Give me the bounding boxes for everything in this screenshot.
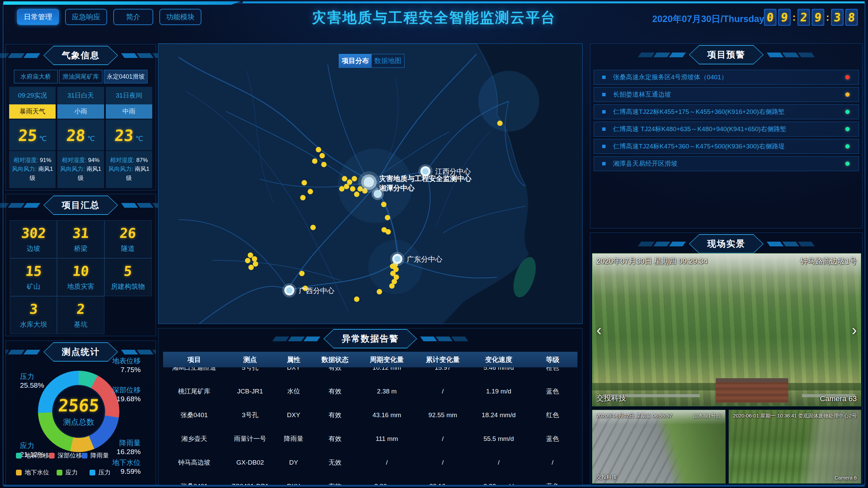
legend-chip [49, 453, 55, 459]
weather-condition: 小雨 [57, 104, 104, 119]
points-donut[interactable]: 2565 测点总数 [38, 371, 119, 452]
points-legend: 地表位移 深部位移 降雨量 地下水位 应力 压力 [16, 451, 152, 485]
bullet-icon [602, 162, 606, 165]
warning-item[interactable]: 仁博高速TJ24标K475+360～K475+500(K936+300)右侧路堤 [594, 139, 859, 154]
weather-column-night: 31日夜间 中雨 23℃ 相对湿度: 87% 风向风力: 南风1级 [106, 87, 152, 188]
table-row[interactable]: 湘M口互通匝道5号孔 DXY有效 10.12 mm15.97 5.46 mm/d… [163, 367, 577, 380]
carousel-prev-icon[interactable]: ‹ [596, 321, 601, 339]
legend-groundwater[interactable]: 地下水位 [16, 468, 57, 476]
camera-title: 治水坝1号点 [693, 413, 721, 419]
clock-colon: : [792, 12, 796, 23]
project-stat-bridge: 31桥梁 [57, 220, 104, 258]
svg-text:广西分中心: 广西分中心 [299, 287, 334, 294]
project-stat-pit: 2基坑 [57, 296, 104, 334]
clock-digit: 8 [845, 9, 858, 26]
warning-item[interactable]: 仁博高速 TJ24标K480+635～K480+940(K941+650)右侧路… [594, 122, 859, 137]
weather-condition: 暴雨天气 [9, 104, 56, 119]
alert-table: 项目测点 属性数据状态 周期变化量累计变化量 变化速度等级 湘M口互通匝道5号孔… [163, 352, 577, 485]
callout-pressure: 压力25.58% [20, 372, 44, 390]
live-scene-panel: 现场实景 2020年07月30日 星期四 09:29:34 钟马路高边坡1号 交… [590, 232, 863, 485]
warning-item[interactable]: 仁博高速TJ22标K455+175～K455+360(K916+200)右侧路堑 [594, 104, 859, 119]
map-tab-project-distribution[interactable]: 项目分布 [339, 54, 372, 67]
status-dot-yellow [845, 93, 850, 97]
bullet-icon [602, 76, 606, 79]
carousel-next-icon[interactable]: › [852, 321, 857, 339]
project-stat-building: 5房建构筑物 [104, 258, 152, 296]
point-statistics-badge: 测点统计 [43, 342, 118, 362]
weather-tab-shuifumiao[interactable]: 水府庙大桥 [14, 70, 58, 83]
weather-temp: 28℃ [57, 119, 104, 151]
clock-digit: 9 [812, 9, 824, 26]
header-date: 2020年07月30日/Thursday [652, 13, 764, 25]
camera-id: Camera 63 [820, 394, 857, 403]
camera-feed-thumb-1[interactable]: 2020年06月02日 星期二 06:55:57 治水坝1号点 交投科技 [592, 410, 726, 484]
live-scene-badge: 现场实景 [689, 234, 764, 253]
warning-item[interactable]: 湘潭县天易经开区滑坡 [594, 156, 859, 171]
weather-panel: 气象信息 水府庙大桥 滑油洞尾矿库 永定0401滑坡 09:29实况 暴雨天气 … [5, 44, 156, 190]
warning-item[interactable]: 张桑高速永定服务区4号滑坡体（0401） [594, 70, 859, 85]
abnormal-data-alert-title: 异常数据告警 [324, 330, 416, 348]
legend-pressure[interactable]: 压力 [90, 468, 122, 476]
svg-text:江西分中心: 江西分中心 [435, 167, 471, 175]
camera-title: 钟马路高边坡1号 [801, 256, 857, 266]
legend-surface-displacement[interactable]: 地表位移 [16, 451, 49, 460]
points-total: 2565 [57, 396, 100, 415]
svg-text:湘潭分中心: 湘潭分中心 [379, 184, 415, 192]
legend-rainfall[interactable]: 降雨量 [82, 451, 115, 460]
camera-feed-thumb-2[interactable]: 2020-06-01 星期一 10:36:41 娄底固体废物处理中心2号 Cam… [729, 410, 861, 484]
top-accent-strip-2 [243, 1, 865, 3]
project-stat-slope: 302边坡 [10, 220, 57, 258]
table-row[interactable]: 钟马高边坡GX-DB02 DY无效 // // [163, 451, 577, 474]
bottom-accent-strip [3, 485, 865, 487]
bullet-icon [602, 127, 606, 131]
table-row[interactable]: 桃江尾矿库JCB-JR1 水位有效 2.38 m/ 1.19 m/d蓝色 [163, 380, 577, 403]
project-warning-list: 张桑高速永定服务区4号滑坡体（0401） 长韶娄道林互通边坡 仁博高速TJ22标… [594, 70, 859, 171]
clock-digit: 0 [764, 9, 776, 26]
map-tabs: 项目分布 数据地图 [339, 54, 405, 68]
points-total-label: 测点总数 [63, 417, 94, 427]
warning-item[interactable]: 长韶娄道林互通边坡 [594, 87, 859, 102]
bullet-icon [602, 145, 606, 148]
project-stat-mine: 15矿山 [10, 258, 57, 296]
map-panel[interactable]: 江西分中心 灾害地质与工程安全监测中心 湘潭分中心 广东分中心 广西分中心 项目… [158, 43, 583, 324]
project-warning-panel: 项目预警 张桑高速永定服务区4号滑坡体（0401） 长韶娄道林互通边坡 仁博高速… [590, 43, 863, 228]
weather-tab-huayoudong[interactable]: 滑油洞尾矿库 [59, 70, 103, 83]
camera-feed-main[interactable]: 2020年07月30日 星期四 09:29:34 钟马路高边坡1号 交投科技 C… [592, 253, 861, 406]
badge-decoration [274, 337, 319, 341]
weather-time: 09:29实况 [9, 87, 56, 104]
project-warning-title: 项目预警 [690, 46, 763, 64]
digital-clock: 0 9 : 2 9 : 3 8 [764, 9, 858, 26]
project-summary-grid: 302边坡 31桥梁 26隧道 15矿山 10地质灾害 5房建构筑物 3水库大坝… [10, 220, 152, 334]
legend-stress[interactable]: 应力 [57, 468, 90, 476]
alert-table-header: 项目测点 属性数据状态 周期变化量累计变化量 变化速度等级 [163, 352, 577, 367]
legend-chip [16, 470, 22, 475]
map-tab-data-map[interactable]: 数据地图 [372, 54, 404, 67]
camera-id: Camera 6 [834, 475, 857, 481]
camera-scene-brick-hut [716, 378, 788, 403]
status-dot-green [845, 127, 850, 131]
live-scene-title: 现场实景 [690, 235, 763, 253]
badge-decoration [768, 53, 813, 57]
table-row[interactable]: 张桑0401ZS0401-DB1 DXY有效 8.86 mm23.16mm 3.… [163, 474, 577, 485]
callout-surface-displacement: 地表位移7.75% [112, 357, 141, 374]
table-row[interactable]: 湘乡壶天雨量计一号 降雨量有效 111 mm/ 55.5 mm/d蓝色 [163, 427, 577, 451]
weather-time: 31日白天 [57, 87, 104, 104]
svg-text:广东分中心: 广东分中心 [407, 255, 442, 263]
legend-deep-displacement[interactable]: 深部位移 [49, 451, 82, 460]
weather-panel-badge: 气象信息 [43, 46, 118, 65]
legend-chip [57, 470, 62, 475]
bullet-icon [602, 110, 606, 114]
table-row[interactable]: 张桑04013号孔 DXY有效 43.16 mm92.55 mm 18.24 m… [163, 403, 577, 427]
clock-digit: 9 [778, 9, 791, 26]
badge-decoration [123, 350, 156, 354]
status-dot-green [845, 162, 850, 166]
status-dot-green [845, 110, 850, 114]
camera-timestamp: 2020-06-01 星期一 10:36:41 [733, 413, 797, 419]
badge-decoration [422, 337, 467, 341]
project-stat-geohazard: 10地质灾害 [57, 258, 104, 296]
weather-column-now: 09:29实况 暴雨天气 25℃ 相对湿度: 91% 风向风力: 南风1级 [9, 87, 56, 188]
weather-tab-yongding[interactable]: 永定0401滑坡 [104, 70, 147, 83]
project-summary-title: 项目汇总 [44, 196, 117, 214]
badge-decoration [5, 350, 39, 354]
bullet-icon [602, 93, 606, 96]
